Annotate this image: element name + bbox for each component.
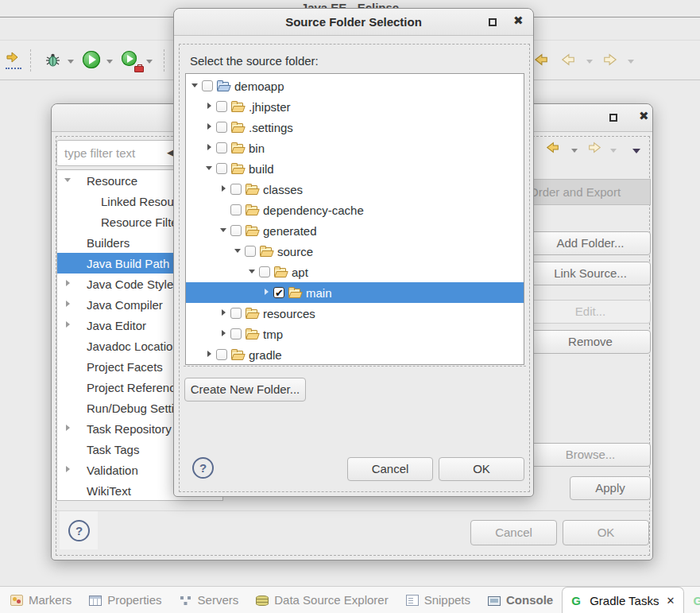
checkbox[interactable] bbox=[202, 80, 213, 91]
expand-arrow-icon[interactable] bbox=[64, 418, 72, 439]
view-tab[interactable]: Properties ✕ bbox=[80, 587, 170, 613]
expand-arrow-icon[interactable] bbox=[64, 294, 72, 315]
checkbox[interactable] bbox=[216, 349, 227, 360]
tree-item[interactable]: tmp bbox=[186, 324, 524, 344]
cancel-button[interactable]: Cancel bbox=[470, 520, 557, 545]
filter-input[interactable] bbox=[56, 140, 185, 166]
checkbox[interactable] bbox=[216, 142, 227, 153]
expand-arrow-icon[interactable] bbox=[205, 138, 214, 158]
expand-arrow-icon[interactable] bbox=[219, 220, 228, 241]
checkbox[interactable] bbox=[216, 163, 227, 174]
tree-item[interactable]: bin bbox=[186, 138, 524, 158]
checkbox[interactable] bbox=[230, 225, 242, 236]
apply-button[interactable]: Apply bbox=[570, 476, 651, 500]
back-dropdown-icon[interactable] bbox=[586, 60, 593, 64]
view-tab[interactable]: Servers ✕ bbox=[171, 587, 248, 613]
expand-arrow-icon[interactable] bbox=[219, 324, 228, 344]
close-icon[interactable]: ✖ bbox=[513, 14, 524, 28]
navigation-arrows-icon[interactable] bbox=[6, 52, 21, 69]
close-icon[interactable]: ✖ bbox=[639, 109, 649, 123]
expand-arrow-icon[interactable] bbox=[64, 191, 72, 211]
run-dropdown-icon[interactable] bbox=[106, 60, 113, 64]
cancel-button[interactable]: Cancel bbox=[347, 457, 433, 481]
back-arrow-icon[interactable] bbox=[546, 142, 559, 157]
expand-arrow-icon[interactable] bbox=[248, 262, 257, 282]
external-tools-icon[interactable] bbox=[122, 51, 141, 70]
checkbox[interactable] bbox=[230, 308, 242, 319]
checkbox[interactable] bbox=[216, 101, 227, 112]
maximize-icon[interactable] bbox=[609, 114, 617, 122]
ok-button[interactable]: OK bbox=[563, 520, 649, 545]
forward-arrow-icon[interactable] bbox=[603, 53, 617, 69]
expand-arrow-icon[interactable] bbox=[64, 398, 72, 418]
create-new-folder-button[interactable]: Create New Folder... bbox=[184, 378, 306, 402]
tree-item[interactable]: main bbox=[186, 282, 524, 303]
expand-arrow-icon[interactable] bbox=[64, 211, 72, 232]
tree-item[interactable]: demoapp bbox=[186, 76, 524, 96]
forward-dropdown-icon[interactable] bbox=[628, 60, 634, 64]
remove-button[interactable]: Remove bbox=[530, 330, 651, 354]
expand-arrow-icon[interactable] bbox=[191, 76, 199, 96]
expand-arrow-icon[interactable] bbox=[64, 336, 72, 356]
expand-arrow-icon[interactable] bbox=[219, 303, 228, 324]
expand-arrow-icon[interactable] bbox=[64, 274, 72, 294]
view-tab[interactable]: Console ✕ bbox=[479, 587, 562, 613]
tree-item[interactable]: apt bbox=[186, 262, 524, 282]
expand-arrow-icon[interactable] bbox=[205, 158, 214, 179]
expand-arrow-icon[interactable] bbox=[64, 356, 72, 377]
run-icon[interactable] bbox=[83, 51, 100, 68]
expand-arrow-icon[interactable] bbox=[64, 480, 72, 501]
checkbox[interactable] bbox=[216, 122, 227, 133]
forward-arrow-icon[interactable] bbox=[588, 142, 601, 157]
expand-arrow-icon[interactable] bbox=[64, 170, 72, 191]
expand-arrow-icon[interactable] bbox=[64, 377, 72, 398]
tab-close-icon[interactable]: ✕ bbox=[666, 595, 675, 607]
link-source-button[interactable]: Link Source... bbox=[530, 262, 651, 285]
tree-item[interactable]: dependency-cache bbox=[186, 200, 524, 220]
checkbox[interactable] bbox=[273, 287, 284, 298]
view-tab[interactable]: Snippets ✕ bbox=[397, 587, 479, 613]
expand-arrow-icon[interactable] bbox=[64, 253, 72, 274]
ok-button[interactable]: OK bbox=[439, 457, 524, 481]
expand-arrow-icon[interactable] bbox=[64, 315, 72, 336]
maximize-icon[interactable] bbox=[489, 18, 497, 26]
add-folder-button[interactable]: Add Folder... bbox=[530, 231, 651, 255]
back-dropdown-icon[interactable] bbox=[571, 149, 578, 153]
view-tab[interactable]: Gradle Tasks ✕ bbox=[562, 587, 684, 613]
tree-item[interactable]: generated bbox=[186, 220, 524, 241]
view-tab[interactable]: Markers ✕ bbox=[2, 587, 80, 613]
expand-arrow-icon[interactable] bbox=[262, 282, 271, 303]
expand-arrow-icon[interactable] bbox=[205, 117, 214, 138]
tree-item[interactable]: classes bbox=[186, 179, 524, 200]
checkbox[interactable] bbox=[230, 184, 242, 195]
forward-dropdown-icon[interactable] bbox=[610, 149, 617, 153]
help-icon[interactable]: ? bbox=[68, 520, 90, 541]
expand-arrow-icon[interactable] bbox=[205, 96, 214, 117]
back-arrow-icon[interactable] bbox=[561, 53, 575, 69]
help-icon[interactable]: ? bbox=[192, 457, 214, 479]
checkbox[interactable] bbox=[230, 204, 242, 215]
expand-arrow-icon[interactable] bbox=[234, 241, 242, 262]
expand-arrow-icon[interactable] bbox=[219, 200, 228, 220]
tree-item[interactable]: source bbox=[186, 241, 524, 262]
view-tab[interactable]: Data Source Explorer ✕ bbox=[247, 587, 396, 613]
external-tools-dropdown-icon[interactable] bbox=[146, 60, 153, 64]
checkbox[interactable] bbox=[245, 246, 256, 257]
tree-item[interactable]: .jhipster bbox=[186, 96, 524, 117]
back-arrow-icon[interactable] bbox=[534, 53, 548, 69]
expand-arrow-icon[interactable] bbox=[219, 179, 228, 200]
tree-item[interactable]: gradle bbox=[186, 344, 524, 365]
debug-dropdown-icon[interactable] bbox=[68, 60, 74, 64]
tree-item[interactable]: resources bbox=[186, 303, 524, 324]
checkbox[interactable] bbox=[259, 266, 270, 277]
view-menu-icon[interactable] bbox=[632, 149, 640, 153]
expand-arrow-icon[interactable] bbox=[64, 460, 72, 480]
debug-icon[interactable] bbox=[44, 52, 61, 72]
browse-button[interactable]: Browse... bbox=[530, 443, 651, 467]
expand-arrow-icon[interactable] bbox=[205, 344, 214, 365]
view-tab[interactable]: Gradle Executions ✕ bbox=[684, 587, 700, 613]
checkbox[interactable] bbox=[230, 328, 242, 339]
expand-arrow-icon[interactable] bbox=[64, 439, 72, 460]
expand-arrow-icon[interactable] bbox=[64, 232, 72, 253]
tree-item[interactable]: .settings bbox=[186, 117, 524, 138]
